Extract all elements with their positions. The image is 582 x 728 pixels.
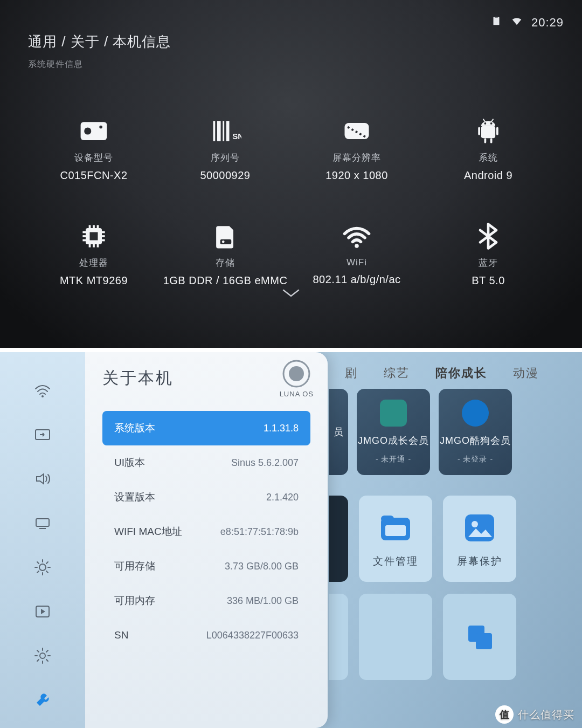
bg-tab[interactable]: 剧 (345, 365, 358, 381)
row-value: Sinus 5.6.2.007 (231, 457, 299, 469)
tile-cpu[interactable]: 处理器 MTK MT9269 (28, 201, 160, 306)
member-card-growth[interactable]: JMGO成长会员 - 未开通 - (357, 389, 430, 475)
app-partial[interactable] (329, 594, 348, 680)
tile-storage[interactable]: 存储 1GB DDR / 16GB eMMC (160, 201, 291, 306)
tile-system[interactable]: 系统 Android 9 (422, 96, 554, 201)
row-label: 设置版本 (114, 490, 155, 504)
svg-rect-8 (226, 121, 230, 141)
svg-line-59 (46, 562, 48, 564)
svg-line-58 (37, 571, 39, 573)
tile-label: 设备型号 (74, 152, 113, 164)
row-value: 3.73 GB/8.00 GB (225, 561, 299, 572)
svg-rect-0 (493, 17, 499, 25)
device-info-screen: 20:29 通用 / 关于 / 本机信息 系统硬件信息 设备型号 C015FCN… (0, 0, 582, 348)
rail-play-icon[interactable] (33, 602, 52, 623)
svg-rect-16 (496, 127, 498, 135)
rail-input-icon[interactable] (33, 425, 52, 446)
rail-wifi-icon[interactable] (33, 381, 52, 402)
app-file-manager[interactable]: 文件管理 (359, 496, 432, 582)
svg-point-14 (490, 122, 493, 125)
target-icon (462, 400, 489, 427)
row-system-version[interactable]: 系统版本 1.1.31.8 (102, 411, 310, 445)
luna-os-brand: LUNA OS (280, 360, 314, 398)
row-label: WIFI MAC地址 (114, 525, 182, 539)
member-status: - 未登录 - (458, 455, 493, 464)
member-card-kugou[interactable]: JMGO酷狗会员 - 未登录 - (439, 389, 512, 475)
rail-sound-icon[interactable] (33, 470, 52, 490)
tile-value: MTK MT9269 (60, 274, 128, 287)
tile-label: 系统 (479, 152, 498, 164)
app-row: 文件管理 屏幕保护 (329, 496, 516, 582)
app-partial[interactable] (443, 594, 516, 680)
member-label: 员 (334, 425, 344, 438)
row-label: 可用存储 (114, 559, 155, 573)
app-partial[interactable] (359, 594, 432, 680)
tile-label: 序列号 (211, 152, 240, 164)
rail-gear-icon[interactable] (33, 647, 52, 667)
tile-value: 1920 x 1080 (325, 169, 388, 182)
tile-label: WiFi (347, 257, 367, 268)
android-icon (472, 116, 504, 146)
svg-point-4 (99, 125, 102, 128)
tile-bluetooth[interactable]: 蓝牙 BT 5.0 (422, 201, 554, 306)
tile-serial[interactable]: SN 序列号 50000929 (160, 96, 291, 201)
svg-rect-18 (490, 138, 493, 143)
watermark: 值 什么值得买 (495, 705, 574, 724)
tile-device-model[interactable]: 设备型号 C015FCN-X2 (28, 96, 160, 201)
info-tile-grid: 设备型号 C015FCN-X2 SN 序列号 50000929 屏幕分辨率 19… (28, 96, 554, 306)
bluetooth-icon (472, 221, 504, 251)
svg-rect-1 (495, 16, 498, 18)
tile-label: 处理器 (79, 257, 108, 269)
breadcrumb: 通用 / 关于 / 本机信息 (28, 32, 554, 51)
row-memory[interactable]: 可用内存 336 MB/1.00 GB (102, 583, 310, 618)
rail-display-icon[interactable] (33, 514, 52, 534)
bg-tab-active[interactable]: 陪你成长 (435, 365, 487, 381)
svg-rect-41 (465, 514, 494, 541)
page-subtitle: 系统硬件信息 (28, 59, 554, 70)
tile-wifi[interactable]: WiFi 802.11 a/b/g/n/ac (291, 201, 422, 306)
svg-line-19 (483, 119, 486, 122)
luna-os-icon (282, 360, 310, 388)
status-bar: 20:29 (490, 15, 564, 30)
bg-tab[interactable]: 动漫 (513, 365, 539, 381)
bg-tab[interactable]: 综艺 (384, 365, 410, 381)
chevron-down-icon[interactable] (282, 289, 300, 300)
usb-icon (490, 15, 502, 30)
svg-point-51 (39, 564, 46, 571)
svg-rect-44 (476, 633, 492, 649)
row-value: 2.1.420 (266, 492, 299, 503)
wifi-icon (341, 222, 373, 252)
settings-side-rail (0, 352, 85, 728)
member-status: - 未开通 - (376, 455, 411, 464)
watermark-text: 什么值得买 (518, 708, 574, 722)
svg-line-57 (46, 571, 48, 573)
member-card[interactable]: 员 (329, 389, 348, 475)
tile-label: 存储 (216, 257, 235, 269)
book-icon (380, 400, 407, 427)
info-rows: 系统版本 1.1.31.8 UI版本 Sinus 5.6.2.007 设置版本 … (102, 411, 310, 653)
row-label: 可用内存 (114, 594, 155, 608)
row-value: 1.1.31.8 (264, 423, 299, 434)
member-label: JMGO酷狗会员 (440, 434, 511, 447)
app-label: 屏幕保护 (457, 554, 502, 568)
rail-wrench-icon[interactable] (33, 691, 52, 711)
tile-label: 屏幕分辨率 (332, 152, 381, 164)
svg-point-36 (222, 240, 225, 243)
wifi-status-icon (511, 15, 523, 30)
row-value: 336 MB/1.00 GB (227, 595, 299, 607)
svg-rect-17 (484, 138, 487, 143)
svg-rect-39 (381, 516, 394, 522)
rail-brightness-icon[interactable] (33, 558, 52, 579)
row-settings-version[interactable]: 设置版本 2.1.420 (102, 480, 310, 514)
barcode-sn-icon: SN (209, 116, 241, 146)
app-partial[interactable] (329, 496, 348, 582)
row-sn[interactable]: SN L0064338227F00633 (102, 618, 310, 653)
row-storage[interactable]: 可用存储 3.73 GB/8.00 GB (102, 549, 310, 583)
row-wifi-mac[interactable]: WIFI MAC地址 e8:51:77:51:78:9b (102, 514, 310, 549)
app-label: 文件管理 (373, 554, 418, 568)
tile-resolution[interactable]: 屏幕分辨率 1920 x 1080 (291, 96, 422, 201)
member-label: JMGO成长会员 (358, 434, 429, 447)
tile-label: 蓝牙 (479, 257, 498, 269)
app-screensaver[interactable]: 屏幕保护 (443, 496, 516, 582)
row-ui-version[interactable]: UI版本 Sinus 5.6.2.007 (102, 445, 310, 480)
